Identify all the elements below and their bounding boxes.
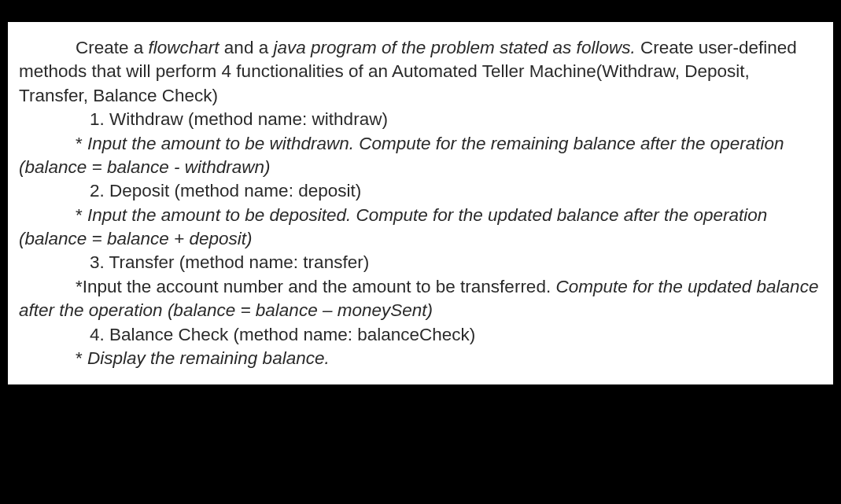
item-1-title: 1. Withdraw (method name: withdraw) bbox=[19, 108, 822, 131]
intro-text-1: Create a bbox=[76, 38, 149, 57]
item-3-bullet: * bbox=[76, 277, 83, 296]
item-4-indent bbox=[19, 348, 76, 368]
item-3-desc-part1: Input the account number and the amount … bbox=[83, 277, 556, 296]
intro-indent bbox=[19, 38, 76, 57]
item-1-bullet: * bbox=[76, 134, 87, 153]
intro-italic-2: java program of the problem stated as fo… bbox=[273, 38, 640, 57]
item-2-description: * Input the amount to be deposited. Comp… bbox=[19, 204, 822, 252]
item-1-description: * Input the amount to be withdrawn. Comp… bbox=[19, 132, 822, 180]
item-1-indent bbox=[19, 134, 76, 153]
item-4-desc-text: Display the remaining balance. bbox=[87, 348, 330, 368]
item-2-title: 2. Deposit (method name: deposit) bbox=[19, 179, 822, 203]
item-3-description: *Input the account number and the amount… bbox=[19, 275, 822, 323]
intro-paragraph: Create a flowchart and a java program of… bbox=[19, 36, 822, 108]
item-3-indent bbox=[19, 277, 76, 296]
intro-italic-1: flowchart bbox=[149, 38, 224, 57]
document-content: Create a flowchart and a java program of… bbox=[8, 22, 833, 384]
item-4-description: * Display the remaining balance. bbox=[19, 347, 822, 370]
item-1-desc-text: Input the amount to be withdrawn. Comput… bbox=[19, 134, 784, 177]
item-4-title: 4. Balance Check (method name: balanceCh… bbox=[19, 323, 822, 347]
item-2-desc-text: Input the amount to be deposited. Comput… bbox=[19, 205, 767, 248]
item-3-title: 3. Transfer (method name: transfer) bbox=[19, 251, 822, 274]
item-2-bullet: * bbox=[76, 205, 87, 225]
intro-text-2: and a bbox=[224, 38, 274, 57]
item-4-bullet: * bbox=[76, 348, 87, 368]
item-2-indent bbox=[19, 205, 76, 225]
